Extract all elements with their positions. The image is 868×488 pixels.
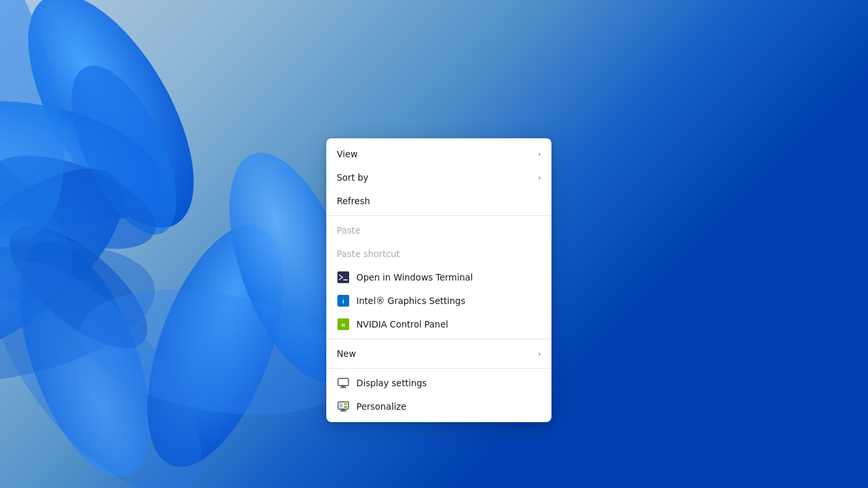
display-settings-icon xyxy=(337,376,350,389)
menu-item-intel-graphics[interactable]: i Intel® Graphics Settings xyxy=(326,289,551,313)
menu-item-new[interactable]: New › xyxy=(326,342,551,365)
menu-item-display-settings[interactable]: Display settings xyxy=(326,371,551,395)
context-menu-wrapper: View › Sort by › Refresh Paste Paste sho… xyxy=(326,138,551,422)
svg-rect-20 xyxy=(338,378,349,386)
svg-text:N: N xyxy=(341,323,345,328)
new-label: New xyxy=(337,348,532,359)
personalize-icon xyxy=(337,400,350,413)
svg-rect-14 xyxy=(337,271,349,283)
view-label: View xyxy=(337,149,532,159)
sort-by-chevron: › xyxy=(538,174,541,182)
intel-icon: i xyxy=(337,294,350,307)
new-chevron: › xyxy=(538,350,541,358)
sort-by-label: Sort by xyxy=(337,172,532,183)
view-chevron: › xyxy=(538,150,541,159)
menu-item-personalize[interactable]: Personalize xyxy=(326,395,551,418)
personalize-label: Personalize xyxy=(356,401,541,412)
nvidia-icon: N xyxy=(337,318,350,331)
context-menu: View › Sort by › Refresh Paste Paste sho… xyxy=(326,138,551,422)
nvidia-label: NVIDIA Control Panel xyxy=(356,319,541,329)
paste-shortcut-label: Paste shortcut xyxy=(337,249,541,259)
svg-text:i: i xyxy=(343,298,345,305)
menu-item-open-terminal[interactable]: Open in Windows Terminal xyxy=(326,266,551,289)
menu-item-sort-by[interactable]: Sort by › xyxy=(326,166,551,189)
menu-item-paste[interactable]: Paste xyxy=(326,219,551,242)
svg-rect-26 xyxy=(344,403,347,405)
svg-rect-27 xyxy=(344,406,347,408)
menu-item-paste-shortcut[interactable]: Paste shortcut xyxy=(326,242,551,266)
menu-item-refresh[interactable]: Refresh xyxy=(326,189,551,213)
svg-rect-25 xyxy=(339,403,343,408)
separator-1 xyxy=(326,215,551,216)
refresh-label: Refresh xyxy=(337,196,541,206)
intel-graphics-label: Intel® Graphics Settings xyxy=(356,296,541,306)
separator-3 xyxy=(326,368,551,369)
display-settings-label: Display settings xyxy=(356,378,541,388)
terminal-icon xyxy=(337,271,350,284)
paste-label: Paste xyxy=(337,225,541,236)
separator-2 xyxy=(326,339,551,339)
menu-item-view[interactable]: View › xyxy=(326,142,551,166)
open-terminal-label: Open in Windows Terminal xyxy=(356,272,541,282)
menu-item-nvidia[interactable]: N NVIDIA Control Panel xyxy=(326,313,551,336)
